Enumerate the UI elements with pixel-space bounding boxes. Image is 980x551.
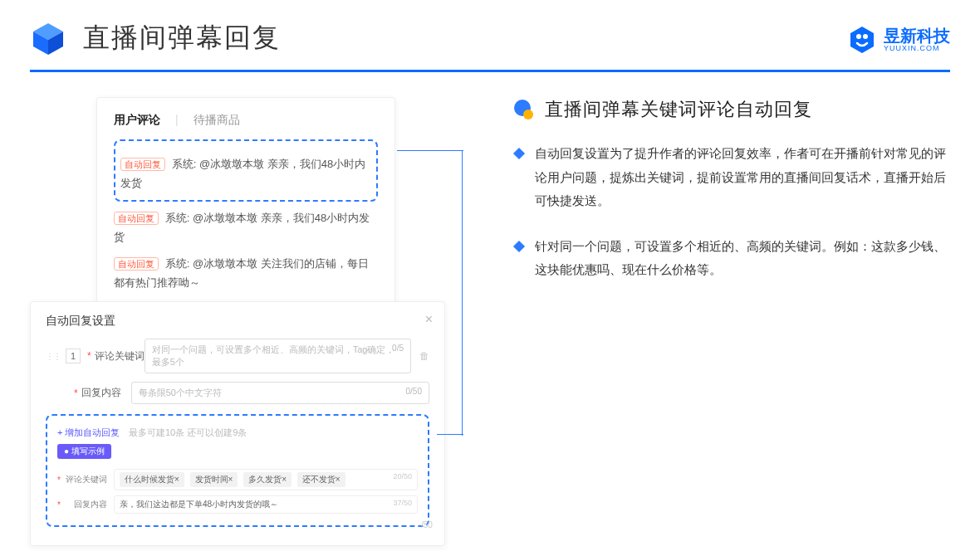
comment-row: 自动回复 系统: @冰墩墩本墩 关注我们的店铺，每日都有热门推荐呦～ <box>114 254 378 293</box>
chip[interactable]: 多久发货× <box>243 472 292 487</box>
tab-comments[interactable]: 用户评论 <box>114 113 160 128</box>
auto-reply-tag: 自动回复 <box>114 212 159 225</box>
comment-row: 自动回复 系统: @冰墩墩本墩 亲亲，我们48小时内发货 <box>120 154 371 193</box>
sys-label: 系统: <box>172 158 197 170</box>
bullet-text: 自动回复设置为了提升作者的评论回复效率，作者可在开播前针对常见的评论用户问题，提… <box>535 142 950 213</box>
required-star: * <box>74 388 78 399</box>
highlighted-comment: 自动回复 系统: @冰墩墩本墩 亲亲，我们48小时内发货 <box>114 139 378 202</box>
sys-label: 系统: <box>165 257 190 270</box>
section-header: 直播间弹幕关键词评论自动回复 <box>512 97 950 122</box>
page-title: 直播间弹幕回复 <box>83 20 281 56</box>
delete-icon[interactable]: 🗑 <box>419 350 429 362</box>
chip[interactable]: 发货时间× <box>190 472 238 487</box>
svg-point-3 <box>856 34 861 39</box>
keyword-row: ⋮⋮ 1 * 评论关键词 对同一个问题，可设置多个相近、高频的关键词，Tag确定… <box>46 339 429 373</box>
auto-reply-tag: 自动回复 <box>114 257 159 271</box>
settings-panel: 自动回复设置 × ⋮⋮ 1 * 评论关键词 对同一个问题，可设置多个相近、高频的… <box>30 301 445 546</box>
add-hint: 最多可建10条 还可以创建9条 <box>129 427 247 437</box>
brand-icon <box>847 25 877 55</box>
ex-reply-label: 回复内容 <box>62 499 107 510</box>
drag-handle-icon[interactable]: ⋮⋮ <box>46 352 61 361</box>
index-badge: 1 <box>66 349 81 363</box>
keyword-input[interactable]: 对同一个问题，可设置多个相近、高频的关键词，Tag确定，最多5个 0/5 <box>145 339 411 373</box>
ex-reply-value: 亲，我们这边都是下单48小时内发货的哦～ <box>120 500 278 509</box>
brand-name: 昱新科技 <box>884 27 950 44</box>
connector-line <box>397 150 463 151</box>
counter: 0/50 <box>406 387 422 396</box>
required-star: * <box>57 475 61 485</box>
ex-kw-label: 评论关键词 <box>62 474 107 485</box>
reply-input[interactable]: 每条限50个中文字符 0/50 <box>131 382 429 404</box>
required-star: * <box>57 500 61 510</box>
counter: 37/50 <box>393 499 412 507</box>
settings-title: 自动回复设置 <box>46 314 429 329</box>
stray-counter: /50 <box>421 520 429 529</box>
svg-point-6 <box>523 110 533 119</box>
example-reply-row: * 回复内容 亲，我们这边都是下单48小时内发货的哦～ 37/50 <box>57 495 418 514</box>
cube-logo-icon <box>30 20 66 56</box>
ex-kw-input[interactable]: 什么时候发货× 发货时间× 多久发货× 还不发货× 20/50 <box>114 469 418 490</box>
chip[interactable]: 还不发货× <box>297 472 345 487</box>
counter: 20/50 <box>393 472 412 480</box>
diamond-icon <box>513 148 525 159</box>
example-badge: ● 填写示例 <box>57 444 111 459</box>
add-auto-reply-link[interactable]: + 增加自动回复 <box>57 427 120 437</box>
example-keyword-row: * 评论关键词 什么时候发货× 发货时间× 多久发货× 还不发货× 20/50 <box>57 469 418 490</box>
bullet-item: 针对同一个问题，可设置多个相近的、高频的关键词。例如：这款多少钱、这块能优惠吗、… <box>512 235 950 282</box>
reply-row: * 回复内容 每条限50个中文字符 0/50 <box>46 382 429 404</box>
brand-sub: YUUXIN.COM <box>884 44 950 52</box>
counter: 0/5 <box>392 344 404 353</box>
placeholder-text: 每条限50个中文字符 <box>139 388 222 397</box>
chat-bubble-icon <box>512 98 535 121</box>
comments-panel: 用户评论 | 待播商品 自动回复 系统: @冰墩墩本墩 亲亲，我们48小时内发货… <box>96 97 395 313</box>
chip[interactable]: 什么时候发货× <box>120 472 184 487</box>
svg-point-4 <box>863 34 868 39</box>
close-icon[interactable]: × <box>425 312 433 327</box>
reply-label: 回复内容 <box>81 386 131 400</box>
example-panel: + 增加自动回复 最多可建10条 还可以创建9条 ● 填写示例 * 评论关键词 … <box>46 414 429 527</box>
tab-products[interactable]: 待播商品 <box>194 113 240 128</box>
auto-reply-tag: 自动回复 <box>120 158 165 171</box>
diamond-icon <box>513 240 525 251</box>
placeholder-text: 对同一个问题，可设置多个相近、高频的关键词，Tag确定，最多5个 <box>152 344 395 367</box>
connector-line <box>437 434 463 435</box>
bullet-text: 针对同一个问题，可设置多个相近的、高频的关键词。例如：这款多少钱、这块能优惠吗、… <box>535 235 950 282</box>
sys-label: 系统: <box>165 212 190 224</box>
bullet-item: 自动回复设置为了提升作者的评论回复效率，作者可在开播前针对常见的评论用户问题，提… <box>512 142 950 213</box>
comment-row: 自动回复 系统: @冰墩墩本墩 亲亲，我们48小时内发货 <box>114 208 378 247</box>
tabs: 用户评论 | 待播商品 <box>114 113 378 128</box>
brand-logo: 昱新科技 YUUXIN.COM <box>847 25 950 55</box>
tab-divider: | <box>175 113 179 128</box>
connector-line <box>462 150 463 436</box>
required-star: * <box>87 350 91 362</box>
section-title: 直播间弹幕关键词评论自动回复 <box>545 97 812 122</box>
keyword-label: 评论关键词 <box>95 349 145 363</box>
ex-reply-input[interactable]: 亲，我们这边都是下单48小时内发货的哦～ 37/50 <box>114 495 418 514</box>
